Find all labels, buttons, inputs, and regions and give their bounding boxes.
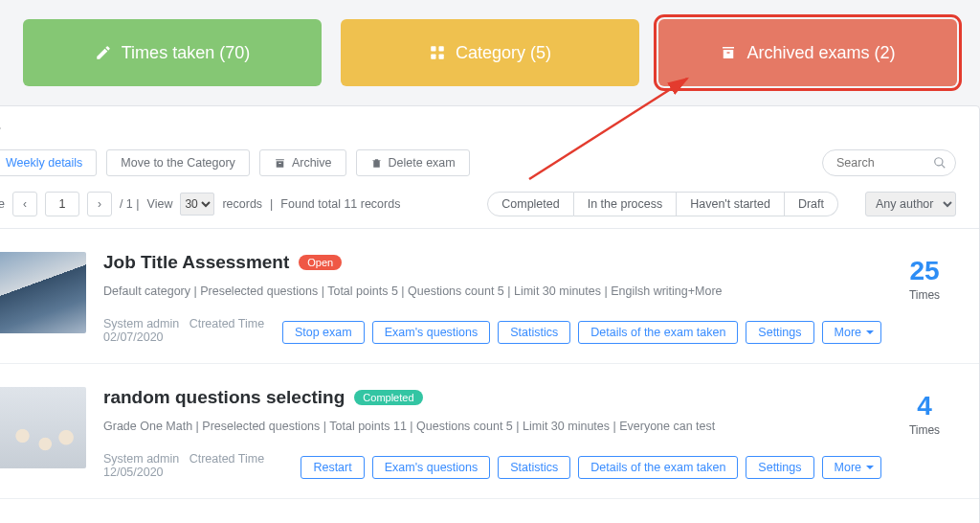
- archive-button-label: Archive: [292, 156, 332, 170]
- exam-times: 4 Times: [881, 387, 968, 479]
- exam-title[interactable]: Job Title Assessment: [103, 252, 289, 273]
- pager-of: / 1 |: [120, 197, 140, 211]
- exam-row: Job Title Assessment Open Default catego…: [0, 229, 979, 364]
- exam-thumbnail: [0, 252, 86, 333]
- search-icon: [933, 156, 947, 170]
- filter-havent-started[interactable]: Haven't started: [677, 192, 785, 216]
- settings-button[interactable]: Settings: [746, 321, 813, 344]
- exam-questions-button[interactable]: Exam's questions: [372, 321, 491, 344]
- more-button[interactable]: More: [822, 321, 881, 344]
- status-filter-group: Completed In the process Haven't started…: [487, 192, 838, 216]
- found-text: Found total 11 records: [280, 197, 400, 211]
- exam-meta: Default category | Preselected questions…: [103, 284, 881, 298]
- delete-exam-button-label: Delete exam: [389, 156, 456, 170]
- times-taken-card[interactable]: Times taken (70): [23, 19, 322, 86]
- settings-button[interactable]: Settings: [746, 456, 813, 479]
- edit-icon: [95, 44, 112, 61]
- svg-rect-3: [438, 55, 443, 59]
- status-badge: Open: [299, 255, 342, 270]
- times-label: Times: [881, 288, 968, 302]
- archived-exams-label: Archived exams (2): [746, 43, 895, 63]
- exam-thumbnail: [0, 387, 86, 468]
- trash-icon: [370, 157, 383, 170]
- toolbar: Weekly details Move to the Category Arch…: [0, 136, 979, 184]
- statistics-button[interactable]: Statistics: [498, 456, 570, 479]
- exam-times: 25 Times: [881, 252, 968, 344]
- exam-main: random questions selecting Completed Gra…: [86, 387, 881, 479]
- exam-meta: Grade One Math | Preselected questions |…: [103, 420, 881, 433]
- pager-next-button[interactable]: ›: [87, 192, 112, 216]
- times-label: Times: [881, 423, 968, 437]
- filter-draft[interactable]: Draft: [785, 192, 838, 216]
- times-taken-label: Times taken (70): [122, 43, 250, 63]
- move-to-category-button[interactable]: Move to the Category: [106, 149, 250, 176]
- pager-prev-button[interactable]: ‹: [12, 192, 37, 216]
- archive-icon: [720, 44, 737, 61]
- pager-prefix: ge: [0, 197, 5, 211]
- archive-button[interactable]: Archive: [259, 149, 346, 176]
- pager-page-input[interactable]: [45, 192, 79, 216]
- exam-row: random questions selecting Completed Gra…: [0, 364, 979, 499]
- details-button[interactable]: Details of the exam taken: [578, 456, 738, 479]
- grid-icon: [429, 44, 446, 61]
- category-card[interactable]: Category (5): [341, 19, 639, 86]
- archive-icon: [274, 157, 286, 170]
- exam-byline: System admin Ctreated Time 02/07/2020: [103, 317, 282, 344]
- restart-button[interactable]: Restart: [301, 456, 364, 479]
- search-wrapper: [822, 149, 956, 176]
- svg-rect-0: [431, 46, 435, 51]
- per-page-select[interactable]: 30: [180, 193, 214, 216]
- records-label: records: [222, 197, 262, 211]
- exams-panel: s Weekly details Move to the Category Ar…: [0, 105, 980, 523]
- details-button[interactable]: Details of the exam taken: [578, 321, 738, 344]
- category-label: Category (5): [456, 43, 551, 63]
- panel-title: s: [0, 106, 979, 136]
- statistics-button[interactable]: Statistics: [498, 321, 570, 344]
- delete-exam-button[interactable]: Delete exam: [356, 149, 470, 176]
- filter-in-process[interactable]: In the process: [574, 192, 678, 216]
- archived-exams-card[interactable]: Archived exams (2): [658, 19, 957, 86]
- times-count: 4: [881, 391, 968, 421]
- pager-filter-row: ge ‹ › / 1 | View 30 records | Found tot…: [0, 184, 979, 229]
- pager-sep: |: [270, 197, 273, 211]
- svg-rect-2: [431, 55, 435, 59]
- stop-exam-button[interactable]: Stop exam: [282, 321, 365, 344]
- author-select[interactable]: Any author: [865, 192, 956, 216]
- top-nav-cards: Times taken (70) Category (5) Archived e…: [0, 0, 980, 105]
- exam-main: Job Title Assessment Open Default catego…: [86, 252, 881, 344]
- status-badge: Completed: [354, 390, 422, 405]
- exam-questions-button[interactable]: Exam's questions: [372, 456, 491, 479]
- more-button[interactable]: More: [822, 456, 881, 479]
- exam-byline: System admin Ctreated Time 12/05/2020: [103, 452, 301, 479]
- times-count: 25: [881, 256, 968, 286]
- filter-completed[interactable]: Completed: [487, 192, 573, 216]
- svg-rect-1: [438, 46, 443, 51]
- weekly-details-button[interactable]: Weekly details: [0, 149, 97, 176]
- view-label: View: [147, 197, 173, 211]
- exam-title[interactable]: random questions selecting: [103, 387, 345, 408]
